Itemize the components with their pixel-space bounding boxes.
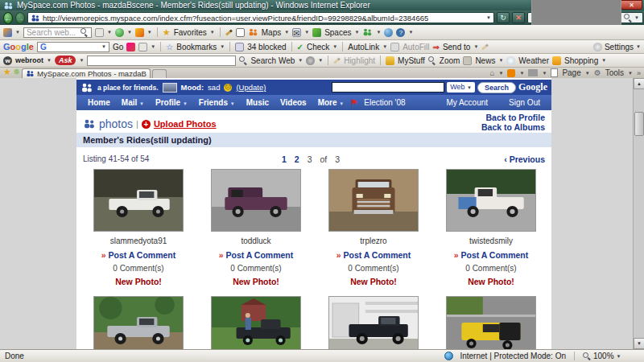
sendto-dropdown-icon[interactable]: ▼ (473, 44, 478, 49)
stop-button[interactable]: ✕ (512, 12, 525, 23)
page-menu[interactable]: Page (562, 68, 580, 77)
google-search-input[interactable]: G ▼ (37, 42, 109, 52)
zoom-button[interactable]: Zoom (440, 56, 460, 65)
sendto-button[interactable]: Send to (443, 43, 470, 51)
news-icon[interactable] (463, 56, 472, 65)
mood-thumbnail[interactable] (163, 83, 177, 93)
autolink-button[interactable]: AutoLink (348, 43, 379, 51)
weather-button[interactable]: Weather (518, 56, 549, 65)
nav-mail[interactable]: Mail ▼ (117, 98, 149, 107)
form-fill-dropdown-icon[interactable]: ▼ (107, 30, 112, 35)
live-toolbar-icon[interactable] (3, 28, 12, 37)
popup-blocker-icon[interactable] (235, 43, 244, 51)
nav-election[interactable]: Election '08 (359, 98, 410, 107)
search-web-button[interactable]: Search Web (250, 56, 295, 65)
shopping-dropdown-icon[interactable]: ▼ (601, 58, 606, 63)
rss-dropdown-icon[interactable]: ▼ (519, 71, 524, 76)
tools-dropdown-icon[interactable]: ▼ (628, 71, 633, 76)
go-button[interactable]: Go (113, 43, 123, 51)
my-account-link[interactable]: My Account (441, 98, 493, 107)
nav-profile[interactable]: Profile ▼ (151, 98, 192, 107)
mail-dropdown-icon[interactable]: ▼ (304, 30, 309, 35)
address-input[interactable]: http://viewmorepics.myspace.com/index.cf… (27, 12, 494, 23)
weather-icon[interactable] (506, 56, 515, 65)
zoom-icon[interactable] (428, 56, 436, 64)
photo-thumbnail[interactable] (328, 169, 419, 232)
chevron-more-icon[interactable]: » (637, 69, 641, 77)
news-button[interactable]: News (475, 56, 495, 65)
scroll-up-button[interactable]: ▲ (634, 78, 644, 89)
home-dropdown-icon[interactable]: ▼ (499, 71, 504, 76)
maps-icon[interactable] (248, 28, 258, 36)
ask-search-input[interactable] (87, 56, 236, 66)
search-icon[interactable] (624, 14, 632, 22)
back-to-albums-link[interactable]: Back to Albums (481, 122, 545, 132)
nav-friends[interactable]: Friends ▼ (194, 98, 240, 107)
photo-username[interactable]: slammedyota91 (110, 237, 167, 245)
myspace-logo-icon[interactable] (80, 83, 93, 93)
maps-label[interactable]: Maps (262, 28, 281, 37)
blocked-count[interactable]: 34 blocked (247, 43, 286, 51)
ask-options-dropdown-icon[interactable]: ▼ (318, 58, 323, 63)
search-web-dropdown-icon[interactable]: ▼ (298, 58, 303, 63)
zoom-control[interactable]: 100% ▼ (583, 352, 639, 360)
news-dropdown-icon[interactable]: ▼ (498, 58, 503, 63)
shopping-button[interactable]: Shopping (564, 56, 598, 65)
aol-search-input[interactable]: AOL Search ▼ (527, 12, 643, 23)
zoom-dropdown-icon[interactable]: ▼ (617, 354, 621, 359)
spaces-label[interactable]: Spaces (324, 28, 351, 37)
new-tab-stub[interactable] (152, 69, 167, 78)
mystuff-icon[interactable] (386, 56, 394, 65)
autolink-dropdown-icon[interactable]: ▼ (382, 44, 387, 49)
mystuff-button[interactable]: MyStuff (398, 56, 425, 65)
bookmarks-star-icon[interactable]: ☆ (166, 43, 173, 51)
contacts-dropdown-icon[interactable]: ▼ (376, 30, 381, 35)
msn-dropdown-icon[interactable]: ▼ (147, 30, 152, 35)
msn-icon[interactable] (135, 28, 144, 37)
google-frame-icon[interactable] (138, 43, 147, 51)
vertical-scrollbar[interactable]: ▲ ▼ (633, 78, 644, 349)
check-dropdown-icon[interactable]: ▼ (332, 44, 337, 49)
favorites-label[interactable]: Favorites (174, 28, 207, 37)
print-dropdown-icon[interactable]: ▼ (542, 71, 547, 76)
rss-icon[interactable] (507, 69, 515, 77)
mood-update-link[interactable]: (Update) (236, 83, 266, 92)
active-tab[interactable]: MySpace.com Photos - mazdaBscene - Membe… (22, 68, 151, 78)
back-button[interactable]: ← (3, 12, 13, 24)
google-extras-icon[interactable] (126, 43, 135, 51)
maps-dropdown-icon[interactable]: ▼ (284, 30, 289, 35)
go-dropdown-icon[interactable]: ▼ (151, 44, 155, 49)
nav-videos[interactable]: Videos (275, 98, 312, 107)
photo-thumbnail[interactable] (446, 296, 536, 349)
refresh-button[interactable]: ↻ (497, 12, 510, 23)
search-icon[interactable] (239, 56, 247, 64)
search-scope-select[interactable]: Web ▼ (447, 82, 475, 93)
webroot-icon[interactable]: w (3, 56, 12, 65)
bookmarks-label[interactable]: Bookmarks (176, 43, 217, 51)
aol-search-dropdown-icon[interactable]: ▼ (634, 15, 639, 20)
shopping-icon[interactable] (552, 56, 561, 65)
upload-photos-link[interactable]: Upload Photos (154, 119, 217, 129)
scrollbar-thumb[interactable] (634, 112, 644, 136)
previous-page-link[interactable]: ‹ Previous (504, 154, 545, 164)
photo-username[interactable]: toddluck (241, 237, 270, 245)
photo-thumbnail[interactable] (93, 169, 184, 232)
post-comment-link[interactable]: » Post A Comment (101, 250, 176, 260)
mail-icon[interactable]: ✉ (292, 28, 301, 37)
live-toolbar-dropdown-icon[interactable]: ▼ (15, 30, 20, 35)
photo-thumbnail[interactable] (211, 296, 301, 349)
post-comment-link[interactable]: » Post A Comment (336, 250, 411, 260)
sign-out-link[interactable]: Sign Out (504, 98, 545, 107)
myspace-search-button[interactable]: Search (477, 82, 516, 93)
close-button[interactable]: ✕ (621, 0, 642, 10)
spaces-icon[interactable] (312, 28, 321, 37)
settings-gear-icon[interactable] (593, 43, 602, 51)
spaces-dropdown-icon[interactable]: ▼ (354, 30, 359, 35)
settings-button[interactable]: Settings (605, 43, 634, 51)
favorites-star-icon[interactable]: ★ (163, 27, 171, 38)
onecare-icon[interactable] (115, 28, 124, 37)
onecare-dropdown-icon[interactable]: ▼ (127, 30, 132, 35)
live-search-input[interactable]: Search web... (23, 27, 92, 38)
photo-username[interactable]: trplezro (360, 237, 386, 245)
google-search-dropdown-icon[interactable]: ▼ (101, 44, 106, 49)
